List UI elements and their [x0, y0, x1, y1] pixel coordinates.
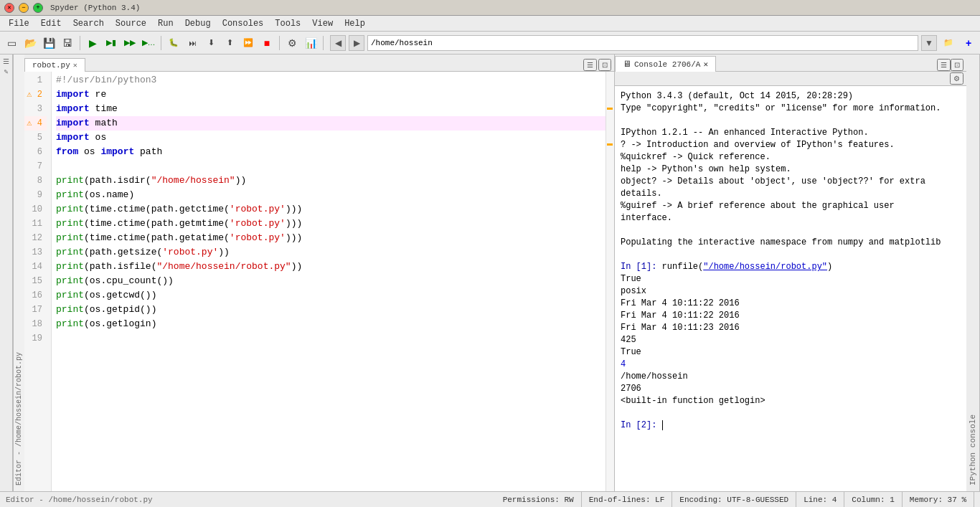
- console-close-button[interactable]: ✕: [703, 60, 708, 69]
- ln-7: 7: [24, 159, 47, 174]
- path-bar: ◀ ▶ /home/hossein ▼ 📁 +: [330, 34, 977, 52]
- ln-10: 10: [24, 202, 47, 217]
- console-line-21: 425: [621, 334, 961, 346]
- editor-tab-robot-py[interactable]: robot.py ✕: [24, 58, 85, 72]
- code-line-17: print(os.getpid()): [56, 303, 606, 317]
- console-content[interactable]: Python 3.4.3 (default, Oct 14 2015, 20:2…: [615, 86, 966, 491]
- step-into-button[interactable]: ⬇: [202, 34, 220, 52]
- code-line-6: from os import path: [56, 145, 606, 159]
- left-icon-2[interactable]: ✎: [4, 67, 8, 76]
- console-float-button[interactable]: ⊡: [951, 59, 963, 71]
- ln-1: 1: [24, 73, 47, 87]
- close-button[interactable]: ✕: [4, 3, 14, 13]
- code-content[interactable]: #!/usr/bin/python3 import re import time…: [52, 72, 606, 491]
- menu-run[interactable]: Run: [152, 17, 179, 30]
- save-all-button[interactable]: 🖫: [59, 34, 76, 52]
- menu-tools[interactable]: Tools: [269, 17, 306, 30]
- new-file-button[interactable]: ▭: [3, 34, 20, 52]
- code-line-2: import re: [56, 87, 606, 102]
- left-panel: ☰ ✎: [0, 55, 13, 491]
- main-area: ☰ ✎ Editor - /home/hossein/robot.py robo…: [0, 55, 980, 491]
- editor-pane: robot.py ✕ ☰ ⊡ 1 ⚠ 2 3 ⚠ 4 5 6: [24, 55, 615, 491]
- code-line-13: print(path.getsize('robot.py')): [56, 245, 606, 260]
- console-line-13: Populating the interactive namespace fro…: [621, 237, 961, 249]
- console-options-button[interactable]: ☰: [937, 59, 951, 71]
- code-line-16: print(os.getcwd()): [56, 288, 606, 303]
- ln-11: 11: [24, 217, 47, 231]
- console-line-14: [621, 249, 961, 261]
- console-line-20: Fri Mar 4 10:11:23 2016: [621, 322, 961, 334]
- code-line-15: print(os.cpu_count()): [56, 274, 606, 288]
- eol-status: End-of-lines: LF: [582, 492, 673, 507]
- code-line-10: print(time.ctime(path.getctime('robot.py…: [56, 202, 606, 217]
- console-tab-title: Console 2706/A: [634, 60, 700, 69]
- menu-search[interactable]: Search: [67, 17, 110, 30]
- maximize-button[interactable]: +: [33, 3, 43, 13]
- save-button[interactable]: 💾: [40, 34, 57, 52]
- profile-button[interactable]: 📊: [302, 34, 319, 52]
- menu-edit[interactable]: Edit: [35, 17, 67, 30]
- console-line-25: 2706: [621, 383, 961, 395]
- ln-6: 6: [24, 145, 47, 159]
- code-line-12: print(time.ctime(path.getatime('robot.py…: [56, 231, 606, 245]
- ln-16: 16: [24, 288, 47, 303]
- ipython-console-label[interactable]: IPython console: [966, 55, 980, 491]
- menu-file[interactable]: File: [3, 17, 35, 30]
- console-line-12: [621, 224, 961, 237]
- settings-button[interactable]: ⚙: [283, 34, 301, 52]
- step-button[interactable]: ⏭: [184, 34, 201, 52]
- debug-button[interactable]: 🐛: [165, 34, 182, 52]
- path-input[interactable]: /home/hossein: [367, 35, 918, 51]
- console-line-27: [621, 407, 961, 420]
- console-line-16: True: [621, 273, 961, 285]
- open-file-button[interactable]: 📂: [22, 34, 39, 52]
- editor-side-label: Editor - /home/hossein/robot.py: [13, 55, 24, 491]
- editor-options-button[interactable]: ☰: [583, 59, 597, 71]
- console-prompt-line[interactable]: In [2]:: [621, 420, 961, 432]
- run-selection-button[interactable]: ▶…: [140, 34, 157, 52]
- code-line-4: import math: [56, 116, 606, 131]
- stop-button[interactable]: ■: [258, 34, 275, 52]
- console-line-19: Fri Mar 4 10:11:22 2016: [621, 310, 961, 322]
- back-button[interactable]: ◀: [330, 35, 346, 51]
- console-line-24: /home/hossein: [621, 371, 961, 383]
- console-line-8: object? -> Details about 'object', use '…: [621, 176, 961, 188]
- tab-close-button[interactable]: ✕: [73, 61, 77, 70]
- menu-debug[interactable]: Debug: [179, 17, 217, 30]
- menu-view[interactable]: View: [306, 17, 339, 30]
- console-line-7: help -> Python's own help system.: [621, 164, 961, 176]
- ln-3: 3: [24, 102, 47, 116]
- left-icon-1[interactable]: ☰: [3, 57, 9, 66]
- console-line-17: posix: [621, 285, 961, 298]
- scroll-mark-2: [607, 143, 613, 146]
- menu-help[interactable]: Help: [339, 17, 371, 30]
- ln-14: 14: [24, 260, 47, 274]
- add-button[interactable]: +: [960, 34, 977, 52]
- console-tabs: 🖥 Console 2706/A ✕ ☰ ⊡: [615, 55, 966, 72]
- menu-source[interactable]: Source: [110, 17, 152, 30]
- console-settings-button[interactable]: ⚙: [950, 72, 963, 85]
- code-line-1: #!/usr/bin/python3: [56, 73, 606, 87]
- console-tab[interactable]: 🖥 Console 2706/A ✕: [615, 56, 716, 72]
- window-title: Spyder (Python 3.4): [50, 4, 140, 12]
- ln-17: 17: [24, 303, 47, 317]
- run-cell-advance-button[interactable]: ▶▶: [121, 34, 138, 52]
- editor-float-button[interactable]: ⊡: [598, 59, 611, 71]
- run-button[interactable]: ▶: [84, 34, 101, 52]
- ln-19: 19: [24, 331, 47, 346]
- code-line-5: import os: [56, 131, 606, 145]
- browse-button[interactable]: 📁: [940, 34, 957, 52]
- encoding-status: Encoding: UTF-8-GUESSED: [672, 492, 796, 507]
- console-line-23: 4: [621, 359, 961, 371]
- code-area[interactable]: 1 ⚠ 2 3 ⚠ 4 5 6 7 8 9 10 11 12 13 14 15 …: [24, 72, 614, 491]
- continue-button[interactable]: ⏩: [240, 34, 257, 52]
- editor-path-label: Editor - /home/hossein/robot.py: [6, 496, 153, 504]
- separator4: [323, 36, 324, 50]
- path-dropdown-button[interactable]: ▼: [921, 35, 937, 51]
- menu-consoles[interactable]: Consoles: [217, 17, 270, 30]
- minimize-button[interactable]: −: [19, 3, 29, 13]
- forward-button[interactable]: ▶: [349, 35, 364, 51]
- code-line-19: [56, 331, 606, 346]
- step-return-button[interactable]: ⬆: [221, 34, 238, 52]
- run-cell-button[interactable]: ▶▮: [103, 34, 120, 52]
